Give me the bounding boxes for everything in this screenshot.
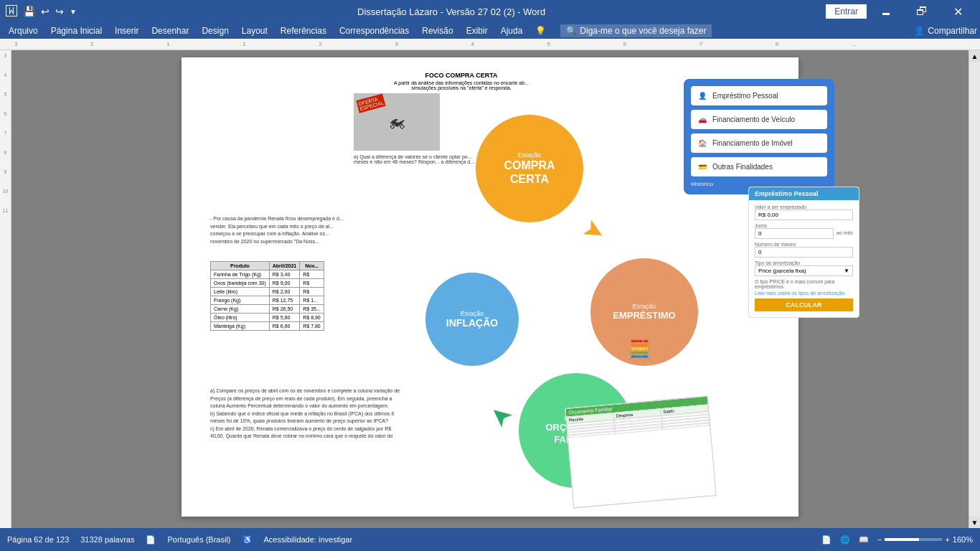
- lightbulb-icon: 💡: [529, 24, 552, 37]
- meses-field: Número de meses 0: [755, 242, 853, 258]
- menu-pagina-inicial[interactable]: Página Inicial: [45, 24, 108, 37]
- panel-item-veiculo[interactable]: 🚗 Financiamento de Veículo: [691, 110, 827, 129]
- title-bar-left: 🅆 💾 ↩ ↪ ▼: [6, 5, 77, 18]
- scroll-track[interactable]: [969, 62, 981, 517]
- note-text: O tipo PRICE é o mais comum para emprést…: [755, 279, 853, 289]
- close-button[interactable]: ✕: [941, 0, 974, 23]
- page-scroll[interactable]: FOCO COMPRA CERTA A partir da análise da…: [11, 50, 969, 528]
- calcular-button[interactable]: CALCULAR: [755, 298, 853, 311]
- arrow-left: ➤: [490, 294, 512, 324]
- status-right: 📄 🌐 📖 − + 160%: [821, 535, 973, 545]
- title-bar-controls: Entrar 🗕 🗗 ✕: [826, 0, 974, 23]
- zoom-level: 160%: [953, 535, 973, 544]
- zoom-slider[interactable]: [885, 538, 942, 541]
- view-web-icon[interactable]: 🌐: [840, 535, 850, 545]
- view-read-icon[interactable]: 📖: [859, 535, 869, 545]
- menu-correspondencias[interactable]: Correspondências: [334, 24, 415, 37]
- ribbon-menu: Arquivo Página Inicial Inserir Desenhar …: [0, 23, 980, 39]
- accessibility-label: Acessibilidade: investigar: [264, 535, 353, 544]
- search-text: Diga-me o que você deseja fazer: [580, 26, 706, 36]
- document-area: 3 4 5 6 7 8 9 10 11 FOCO COMPRA CERTA A …: [0, 50, 980, 528]
- menu-inserir[interactable]: Inserir: [109, 24, 144, 37]
- menu-layout[interactable]: Layout: [236, 24, 273, 37]
- panel-label-imovel: Financiamento de Imóvel: [712, 139, 793, 147]
- station-compra-certa: Estação COMPRACERTA: [476, 115, 583, 222]
- status-bar: Página 62 de 123 31328 palavras 📄 Portug…: [0, 528, 980, 551]
- panel-label-veiculo: Financiamento de Veículo: [712, 116, 795, 123]
- view-print-icon[interactable]: 📄: [821, 535, 831, 545]
- menu-referencias[interactable]: Referências: [275, 24, 332, 37]
- amort-select[interactable]: Price (parcela fixa)▼: [755, 265, 853, 276]
- panel-label-pessoal: Empréstimo Pessoal: [712, 92, 778, 100]
- scroll-up-arrow[interactable]: ▲: [969, 50, 981, 62]
- word-icon: 🅆: [6, 5, 17, 18]
- language-label: Português (Brasil): [167, 535, 230, 544]
- panel-label-outras: Outras Finalidades: [712, 163, 773, 171]
- zoom-out-icon[interactable]: −: [877, 535, 882, 544]
- share-button[interactable]: 👤 Compartilhar: [914, 26, 977, 36]
- page-info: Página 62 de 123: [7, 535, 69, 544]
- menu-design[interactable]: Design: [196, 24, 234, 37]
- car-icon: 🚗: [698, 116, 707, 123]
- word-count: 31328 palavras: [80, 535, 134, 544]
- menu-arquivo[interactable]: Arquivo: [3, 24, 44, 37]
- juros-row: Juros 0 ao mês: [755, 223, 853, 239]
- calculator-icon: 🧮: [626, 337, 653, 362]
- share-icon: 👤: [914, 26, 925, 36]
- panel-item-imovel[interactable]: 🏠 Financiamento de Imóvel: [691, 133, 827, 153]
- valor-input[interactable]: R$ 0,00: [755, 209, 853, 220]
- card-icon: 💳: [698, 163, 707, 171]
- sub-panel-emprestimo: Empréstimo Pessoal Valor a ser emprestad…: [748, 187, 859, 318]
- quick-access-save[interactable]: 💾: [23, 6, 35, 17]
- sub-panel-header: Empréstimo Pessoal: [749, 187, 859, 200]
- menu-ajuda[interactable]: Ajuda: [495, 24, 529, 37]
- juros-input[interactable]: 0: [755, 228, 834, 239]
- zoom-in-icon[interactable]: +: [945, 535, 949, 544]
- language-indicator: 📄: [146, 535, 156, 545]
- arrow-right: ➤: [578, 212, 611, 248]
- amort-field: Tipo de amortização Price (parcela fixa)…: [755, 260, 853, 276]
- quick-access-redo[interactable]: ↪: [55, 6, 64, 17]
- title-bar: 🅆 💾 ↩ ↪ ▼ Dissertação Lázaro - Versão 27…: [0, 0, 980, 23]
- zoom-bar[interactable]: − + 160%: [877, 535, 973, 544]
- ruler-top: 3 2 1 1 2 3 4 5 6 7 8 ...: [0, 39, 980, 50]
- ruler-left: 3 4 5 6 7 8 9 10 11: [0, 50, 11, 528]
- scrollbar-right[interactable]: ▲ ▼: [969, 50, 980, 528]
- person-icon: 👤: [698, 92, 707, 100]
- scroll-down-arrow[interactable]: ▼: [969, 517, 981, 528]
- amort-link[interactable]: Leia mais sobre os tipos de amortização: [755, 291, 853, 296]
- restore-button[interactable]: 🗗: [905, 0, 938, 23]
- product-table: Produto Abril/2021 Nov... Farinha de Tri…: [210, 261, 324, 331]
- search-icon: 🔍: [566, 26, 577, 36]
- valor-field: Valor a ser emprestado R$ 0,00: [755, 204, 853, 220]
- window-title: Dissertação Lázaro - Versão 27 02 (2) - …: [77, 6, 826, 17]
- blue-panel: 👤 Empréstimo Pessoal 🚗 Financiamento de …: [684, 79, 834, 194]
- accessibility-icon: ♿: [242, 535, 253, 545]
- document-page: FOCO COMPRA CERTA A partir da análise da…: [182, 57, 798, 517]
- menu-desenhar[interactable]: Desenhar: [146, 24, 194, 37]
- quick-access-more[interactable]: ▼: [70, 8, 77, 16]
- entrar-button[interactable]: Entrar: [826, 4, 867, 19]
- minimize-button[interactable]: 🗕: [870, 0, 903, 23]
- panel-item-pessoal[interactable]: 👤 Empréstimo Pessoal: [691, 86, 827, 105]
- panel-item-outras[interactable]: 💳 Outras Finalidades: [691, 157, 827, 176]
- arrow-down-left: ➤: [483, 398, 519, 435]
- menu-revisao[interactable]: Revisão: [416, 24, 458, 37]
- spreadsheet-preview: Orçamento Familiar Receita Despesa Saldo: [565, 396, 716, 509]
- quick-access-undo[interactable]: ↩: [41, 6, 50, 17]
- search-bar[interactable]: 🔍 Diga-me o que você deseja fazer: [560, 24, 712, 37]
- home-icon: 🏠: [698, 139, 707, 147]
- share-label: Compartilhar: [928, 26, 977, 36]
- meses-input[interactable]: 0: [755, 247, 853, 258]
- menu-exibir[interactable]: Exibir: [461, 24, 494, 37]
